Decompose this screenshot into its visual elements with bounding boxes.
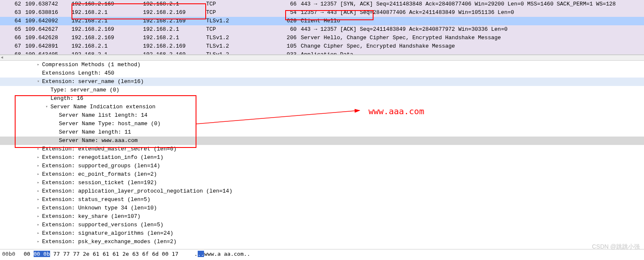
tree-label: Extension: session_ticket (len=192)	[41, 179, 157, 187]
annotation-text: www.aaa.com	[368, 106, 424, 116]
tree-item[interactable]: ▸Extension: psk_key_exchange_modes (len=…	[0, 238, 644, 246]
packet-row[interactable]: 64109.642092192.168.2.1192.168.2.169TLSv…	[0, 17, 644, 25]
tree-label: Extension: ec_point_formats (len=2)	[41, 170, 157, 179]
tree-caret-icon[interactable]: ▸	[35, 212, 41, 221]
tree-caret-icon[interactable]: ▸	[35, 238, 41, 246]
col-time: 109.638742	[23, 0, 69, 8]
watermark: CSDN @跳跳小强	[592, 243, 640, 251]
packet-row[interactable]: 65109.642627192.168.2.169192.168.2.1TCP6…	[0, 25, 644, 34]
packet-row[interactable]: 63109.638816192.168.2.1192.168.2.169TCP5…	[0, 8, 644, 17]
tree-item[interactable]: ▸Compression Methods (1 method)	[0, 61, 644, 69]
col-proto: TLSv1.2	[204, 51, 276, 55]
hex-bytes: 77 77 77 2e 61 61 61 2e 63 6f 6d 00 17	[53, 251, 178, 257]
hex-dump-pane[interactable]: 00b0 00 00 0b 77 77 77 2e 61 61 61 2e 63…	[0, 249, 644, 259]
tree-label: Extension: renegotiation_info (len=1)	[41, 153, 164, 162]
packet-row[interactable]: 67109.642891192.168.2.1192.168.2.169TLSv…	[0, 42, 644, 51]
hex-byte: 00	[19, 251, 30, 257]
tree-caret-icon[interactable]: ▸	[35, 162, 41, 170]
col-len: 66	[276, 0, 299, 8]
tree-item[interactable]: ▸Extension: Unknown type 34 (len=10)	[0, 204, 644, 212]
ascii-post: www.a aa.com..	[204, 251, 250, 257]
col-dst: 192.168.2.169	[141, 51, 204, 55]
col-time: 109.642627	[23, 25, 69, 34]
col-time: 109.642092	[23, 17, 69, 25]
tree-item[interactable]: ▸Extension: session_ticket (len=192)	[0, 179, 644, 187]
tree-label: Extension: status_request (len=5)	[41, 196, 150, 204]
col-info: 12357 → 443 [ACK] Seq=2840877406 Ack=241…	[299, 8, 644, 17]
tree-caret-icon[interactable]: ▸	[35, 61, 41, 69]
col-proto: TLSv1.2	[204, 17, 276, 25]
tree-label: Extension: key_share (len=107)	[41, 212, 140, 221]
tree-caret-icon[interactable]: ▸	[35, 204, 41, 212]
tree-item[interactable]: Server Name length: 11	[0, 128, 644, 137]
col-no: 66	[0, 34, 23, 42]
tree-item[interactable]: ▸Extension: supported_groups (len=14)	[0, 162, 644, 170]
col-info: Change Cipher Spec, Encrypted Handshake …	[299, 42, 644, 51]
col-dst: 192.168.2.1	[141, 34, 204, 42]
tree-item[interactable]: Length: 16	[0, 94, 644, 103]
tree-item[interactable]: Type: server_name (0)	[0, 86, 644, 94]
col-src: 192.168.2.169	[69, 0, 141, 8]
tree-item[interactable]: ▾Server Name Indication extension	[0, 103, 644, 111]
col-dst: 192.168.2.169	[141, 8, 204, 17]
tree-caret-icon[interactable]: ▾	[44, 103, 50, 111]
col-info: 443 → 12357 [SYN, ACK] Seq=2411483848 Ac…	[299, 0, 644, 8]
tree-caret-icon[interactable]: ▸	[35, 221, 41, 229]
tree-item[interactable]: ▸Extension: key_share (len=107)	[0, 212, 644, 221]
tree-item[interactable]: Extensions Length: 450	[0, 69, 644, 78]
tree-label: Extension: extended_master_secret (len=0…	[41, 145, 177, 153]
tree-caret-icon[interactable]: ▸	[35, 145, 41, 153]
tree-label: Length: 16	[50, 94, 83, 103]
tree-item[interactable]: Server Name list length: 14	[0, 111, 644, 120]
tree-label: Server Name list length: 14	[58, 111, 148, 120]
tree-item[interactable]: ▸Extension: application_layer_protocol_n…	[0, 187, 644, 196]
tree-label: Server Name: www.aaa.com	[58, 137, 138, 145]
col-len: 933	[276, 51, 299, 55]
tree-caret-icon[interactable]: ▸	[35, 187, 41, 196]
col-dst: 192.168.2.1	[141, 0, 204, 8]
col-time: 109.642891	[23, 42, 69, 51]
tree-caret-icon[interactable]: ▸	[35, 153, 41, 162]
col-src: 192.168.2.1	[69, 8, 141, 17]
packet-list-pane[interactable]: 62109.638742192.168.2.169192.168.2.1TCP6…	[0, 0, 644, 55]
tree-item[interactable]: Server Name: www.aaa.com	[0, 137, 644, 145]
tree-caret-icon[interactable]: ▸	[35, 196, 41, 204]
packet-row[interactable]: 68109.643405192.168.2.1192.168.2.169TLSv…	[0, 51, 644, 55]
ascii-pre: .	[194, 251, 198, 257]
tree-caret-icon[interactable]: ▸	[35, 229, 41, 238]
packet-row[interactable]: 62109.638742192.168.2.169192.168.2.1TCP6…	[0, 0, 644, 8]
tree-item[interactable]: ▸Extension: signature_algorithms (len=24…	[0, 229, 644, 238]
col-dst: 192.168.2.169	[141, 42, 204, 51]
tree-label: Extension: supported_groups (len=14)	[41, 162, 160, 170]
col-time: 109.642628	[23, 34, 69, 42]
col-info: Client Hello	[299, 17, 644, 25]
tree-item[interactable]: ▸Extension: renegotiation_info (len=1)	[0, 153, 644, 162]
col-dst: 192.168.2.1	[141, 25, 204, 34]
horizontal-scrollbar[interactable]	[0, 55, 644, 61]
tree-item[interactable]: ▸Extension: supported_versions (len=5)	[0, 221, 644, 229]
col-proto: TLSv1.2	[204, 34, 276, 42]
tree-caret-icon[interactable]: ▸	[35, 179, 41, 187]
tree-label: Extension: psk_key_exchange_modes (len=2…	[41, 238, 177, 246]
col-src: 192.168.2.1	[69, 17, 141, 25]
col-time: 109.638816	[23, 8, 69, 17]
tree-caret-icon[interactable]: ▸	[35, 170, 41, 179]
tree-label: Extension: application_layer_protocol_ne…	[41, 187, 232, 196]
tree-item[interactable]: Server Name Type: host_name (0)	[0, 120, 644, 128]
ascii-selected: ..	[198, 251, 204, 257]
packet-details-pane[interactable]: ▸Compression Methods (1 method)Extension…	[0, 61, 644, 249]
tree-item[interactable]: ▸Extension: ec_point_formats (len=2)	[0, 170, 644, 179]
packet-row[interactable]: 66109.642628192.168.2.169192.168.2.1TLSv…	[0, 34, 644, 42]
col-proto: TLSv1.2	[204, 42, 276, 51]
col-no: 67	[0, 42, 23, 51]
tree-item[interactable]: ▾Extension: server_name (len=16)	[0, 78, 644, 86]
tree-label: Extension: server_name (len=16)	[41, 78, 144, 86]
tree-label: Server Name Type: host_name (0)	[58, 120, 161, 128]
col-time: 109.643405	[23, 51, 69, 55]
tree-caret-icon[interactable]: ▾	[35, 78, 41, 86]
tree-item[interactable]: ▸Extension: status_request (len=5)	[0, 196, 644, 204]
col-dst: 192.168.2.169	[141, 17, 204, 25]
tree-label: Extension: signature_algorithms (len=24)	[41, 229, 173, 238]
tree-item[interactable]: ▸Extension: extended_master_secret (len=…	[0, 145, 644, 153]
col-src: 192.168.2.169	[69, 25, 141, 34]
